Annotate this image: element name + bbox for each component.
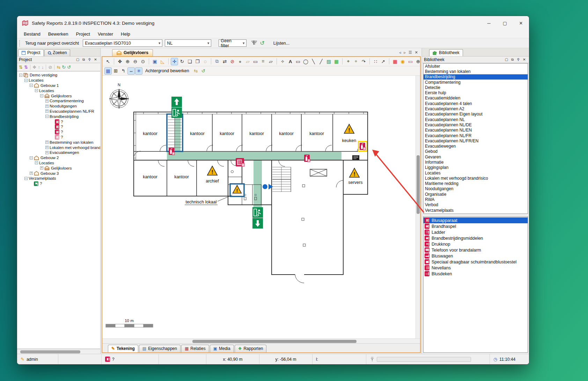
text-icon[interactable]: A: [287, 58, 294, 65]
library-category-evacuatiemiddelen[interactable]: Evacuatiemiddelen: [424, 96, 528, 101]
filter-settings-icon[interactable]: [251, 40, 257, 46]
library-item-ladder[interactable]: ☰Ladder: [424, 229, 528, 235]
move-down-icon[interactable]: ↓: [42, 65, 44, 69]
history-icon[interactable]: ⇆: [192, 67, 199, 75]
tree-item-verzamelplaats[interactable]: −Verzamelplaats: [17, 176, 100, 181]
float-icon[interactable]: ⧉: [81, 58, 87, 62]
library-category-lokalen-met-verhoogd-brandrisico[interactable]: Lokalen met verhoogd brandrisico: [424, 175, 528, 181]
library-category-gebod[interactable]: Gebod: [424, 149, 528, 154]
hotspot-icon[interactable]: ◉: [399, 58, 406, 65]
menu-item-help[interactable]: Help: [117, 31, 134, 37]
tree-expander[interactable]: −: [40, 94, 43, 97]
tree-item-evacuatieplannen-nl-fr[interactable]: +Evacuatieplannen NL/FR: [17, 109, 100, 114]
library-category-evacuatieplannen-nl[interactable]: Evacuatieplannen NL: [424, 117, 528, 122]
back-to-project-button[interactable]: Terug naar project overzicht: [24, 41, 80, 46]
tree-expander[interactable]: +: [40, 166, 43, 170]
float-icon[interactable]: ⧉: [509, 58, 515, 62]
maximize-icon[interactable]: ▢: [504, 58, 509, 62]
sort-structure-icon[interactable]: ⇅: [19, 65, 23, 69]
tab-relaties[interactable]: ▦Relaties: [181, 345, 209, 352]
tree-item-locaties[interactable]: −Locaties: [17, 88, 100, 93]
library-category-organisatie[interactable]: Organisatie: [424, 192, 528, 197]
close-icon[interactable]: ✕: [93, 58, 98, 62]
close-button[interactable]: ✕: [513, 16, 529, 30]
select-cursor-icon[interactable]: ↖: [104, 58, 112, 65]
canvas-hscrollbar[interactable]: [102, 338, 420, 343]
library-category-evacuatieplannen-nl-de[interactable]: Evacuatieplannen NL/DE: [424, 122, 528, 127]
sphere-icon[interactable]: ●: [236, 58, 244, 65]
tab-prev-icon[interactable]: ◃: [399, 50, 401, 55]
lasso-icon[interactable]: ◌: [201, 58, 209, 65]
language-dropdown[interactable]: NL▼: [165, 39, 211, 47]
library-item-blusdeken[interactable]: ▭Blusdeken: [424, 271, 528, 277]
pin-icon[interactable]: ⚲: [515, 58, 521, 62]
tree-item--[interactable]: ▮?: [17, 124, 100, 129]
library-item-bluswagen[interactable]: ▬Bluswagen: [424, 253, 528, 259]
tree-expander[interactable]: −: [35, 161, 38, 164]
tree-item-nooduitgangen[interactable]: +Nooduitgangen: [17, 104, 100, 109]
library-category-brandbestrijding[interactable]: Brandbestrijding: [424, 74, 528, 80]
polygon-icon[interactable]: ✧: [279, 58, 286, 65]
library-category-evacuatiewegen[interactable]: Evacuatiewegen: [424, 143, 528, 149]
tree-item--[interactable]: ▮?: [17, 129, 100, 135]
library-item-nevellans[interactable]: ∥Nevellans: [424, 265, 528, 271]
move-up-icon[interactable]: ↑: [38, 65, 40, 69]
flip-icon[interactable]: ↰: [120, 67, 127, 75]
library-category-evacuatieplannen-eigen-layout[interactable]: Evacuatieplannen Eigen layout: [424, 112, 528, 117]
library-item-brandbestrijdingsmiddelen[interactable]: ◆Brandbestrijdingsmiddelen: [424, 235, 528, 241]
zoom-out-icon[interactable]: ⊖: [132, 58, 139, 65]
tree-item-gebouw-3[interactable]: +Gebouw 3: [17, 171, 100, 176]
tree-expander[interactable]: +: [45, 141, 49, 144]
freehand-line-icon[interactable]: ╱: [317, 58, 325, 65]
library-category-informatie[interactable]: Informatie: [424, 159, 528, 165]
library-category-verbod[interactable]: Verbod: [424, 202, 528, 208]
library-category-compartimentering[interactable]: Compartimentering: [424, 80, 528, 85]
library-item-brandhaspel[interactable]: ◉Brandhaspel: [424, 223, 528, 229]
tree-expander[interactable]: +: [45, 99, 49, 103]
menu-item-bewerken[interactable]: Bewerken: [44, 31, 72, 37]
tree-item-compartimentering[interactable]: +Compartimentering: [17, 98, 100, 104]
tab-tekening[interactable]: ✎Tekening: [108, 345, 138, 352]
tree-item-evacuatiewegen[interactable]: +Evacuatiewegen: [17, 150, 100, 155]
grid-frame-icon[interactable]: ⊞: [112, 67, 119, 75]
tree-item-demo-vestiging[interactable]: −Demo vestiging: [17, 73, 100, 78]
skew-icon[interactable]: ▱: [267, 58, 274, 65]
pan-hand-icon[interactable]: ✥: [116, 58, 124, 65]
grid-icon[interactable]: ▦: [104, 67, 112, 75]
tree-item-locaties[interactable]: −Locaties: [17, 160, 100, 166]
tree-item--[interactable]: ✖?: [17, 181, 100, 186]
library-category-afsluiter[interactable]: Afsluiter: [424, 64, 528, 69]
library-item-drukknop[interactable]: ●Drukknop: [424, 241, 528, 247]
tree-expander[interactable]: +: [45, 146, 49, 149]
library-category-locaties[interactable]: Locaties: [424, 170, 528, 175]
zoom-in-icon[interactable]: ⊕: [124, 58, 131, 65]
tree-expander[interactable]: +: [45, 110, 49, 113]
zoom-window-icon[interactable]: ⊙: [139, 58, 147, 65]
tree-expander[interactable]: −: [24, 177, 28, 180]
region-icon[interactable]: ▭: [407, 58, 414, 65]
tree-expander[interactable]: −: [45, 115, 49, 118]
scrollbar-thumb[interactable]: [417, 155, 420, 214]
minimize-button[interactable]: ─: [481, 16, 497, 30]
move-icon[interactable]: ✛: [171, 58, 178, 65]
tree-item-lokalen-met-verhoogd-brand[interactable]: +Lokalen met verhoogd brand: [17, 145, 100, 150]
refresh-add-icon[interactable]: ↻: [62, 65, 66, 69]
line-icon[interactable]: ╲: [310, 58, 317, 65]
duplicate-icon[interactable]: ⧉: [213, 58, 221, 65]
menu-item-project[interactable]: Project: [72, 31, 94, 37]
tree-item-bestemming-van-lokalen[interactable]: +Bestemming van lokalen: [17, 140, 100, 145]
disable-icon[interactable]: ⊘: [48, 65, 52, 69]
copy-object-icon[interactable]: ❏: [186, 58, 193, 65]
background-edit-button[interactable]: Achtergrond bewerken: [143, 68, 192, 73]
tree-expander[interactable]: −: [19, 74, 22, 77]
sync-icon[interactable]: ⇆: [57, 65, 60, 69]
target-icon[interactable]: ⊕: [414, 58, 422, 65]
library-category-rwa[interactable]: RWA: [424, 197, 528, 202]
swap-icon[interactable]: ⇄: [221, 58, 228, 65]
scrollbar-thumb[interactable]: [20, 350, 80, 353]
tab-zoeken[interactable]: Zoeken: [44, 49, 70, 56]
tree-expander[interactable]: −: [24, 79, 28, 82]
library-category-nooduitgangen[interactable]: Nooduitgangen: [424, 186, 528, 192]
legend-grid-icon[interactable]: ▦: [391, 58, 399, 65]
tree-item-brandbestrijding[interactable]: −Brandbestrijding: [17, 114, 100, 119]
